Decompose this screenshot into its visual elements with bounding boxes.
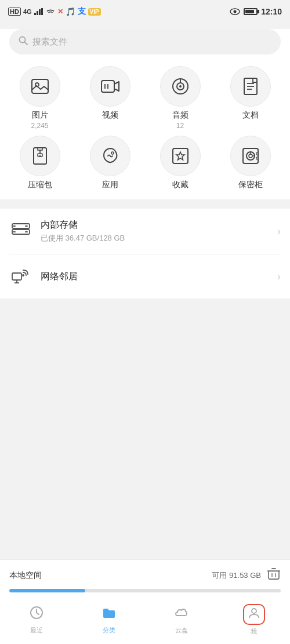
person-icon xyxy=(248,606,260,623)
music-icon: 🎵 xyxy=(66,7,75,16)
clock-icon xyxy=(29,605,44,624)
category-zip[interactable]: % 压缩包 xyxy=(5,136,75,190)
docs-icon xyxy=(240,76,261,97)
search-bar[interactable]: 搜索文件 xyxy=(9,29,281,54)
nav-me[interactable]: 我 xyxy=(217,604,290,636)
bottom-nav: 最近 分类 云盘 xyxy=(0,599,290,644)
time-display: 12:10 xyxy=(261,7,282,16)
internal-storage-item[interactable]: 内部存储 已使用 36.47 GB/128 GB › xyxy=(9,209,281,254)
status-bar: HD 4G ✕ 🎵 支 VIP 12:10 xyxy=(0,0,290,23)
battery-indicator xyxy=(244,8,258,15)
internal-storage-icon xyxy=(9,220,32,243)
local-space-label: 本地空间 xyxy=(9,570,42,581)
svg-point-44 xyxy=(22,274,24,276)
apps-label: 应用 xyxy=(102,180,118,190)
docs-icon-wrap xyxy=(230,66,271,107)
nav-me-border xyxy=(243,604,265,625)
video-icon xyxy=(100,76,121,97)
svg-text:%: % xyxy=(38,154,41,158)
available-space: 可用 91.53 GB xyxy=(212,570,261,581)
alipay-icon: 支 xyxy=(78,6,86,17)
images-icon-wrap xyxy=(20,66,60,107)
folder-icon xyxy=(102,605,117,624)
internal-storage-detail: 已使用 36.47 GB/128 GB xyxy=(41,233,277,243)
safe-icon-wrap xyxy=(230,136,271,176)
signal-4g: 4G xyxy=(23,8,32,15)
internal-storage-info: 内部存储 已使用 36.47 GB/128 GB xyxy=(41,219,277,243)
svg-line-7 xyxy=(25,42,28,45)
nav-category[interactable]: 分类 xyxy=(72,605,145,635)
images-count: 2,245 xyxy=(31,122,48,130)
network-neighbor-info: 网络邻居 xyxy=(41,271,277,283)
favorites-icon xyxy=(170,145,191,166)
apps-icon xyxy=(100,145,121,166)
internal-storage-name: 内部存储 xyxy=(41,219,277,231)
svg-point-26 xyxy=(111,152,114,154)
clean-icon[interactable] xyxy=(267,567,281,584)
images-icon xyxy=(30,76,50,97)
category-images[interactable]: 图片 2,245 xyxy=(5,66,75,130)
favorites-icon-wrap xyxy=(160,136,201,176)
category-favorites[interactable]: 收藏 xyxy=(145,136,215,190)
svg-rect-8 xyxy=(32,79,48,93)
network-neighbor-name: 网络邻居 xyxy=(41,271,277,283)
search-placeholder: 搜索文件 xyxy=(32,37,67,48)
video-icon-wrap xyxy=(90,66,130,107)
video-label: 视频 xyxy=(102,110,118,121)
zip-label: 压缩包 xyxy=(28,180,52,190)
main-content: 搜索文件 图片 2,245 xyxy=(0,29,290,199)
svg-rect-33 xyxy=(256,152,258,155)
network-neighbor-icon xyxy=(9,265,32,288)
category-docs[interactable]: 文档 xyxy=(215,66,285,130)
images-label: 图片 xyxy=(32,110,48,121)
section-divider xyxy=(0,199,290,204)
nav-recent[interactable]: 最近 xyxy=(0,605,72,635)
svg-point-52 xyxy=(252,609,256,613)
storage-progress-section: 本地空间 可用 91.53 GB xyxy=(0,559,290,599)
storage-progress-right: 可用 91.53 GB xyxy=(212,567,281,584)
svg-rect-27 xyxy=(173,148,188,163)
bottom-bar: 本地空间 可用 91.53 GB xyxy=(0,559,290,644)
x-icon: ✕ xyxy=(57,8,63,16)
favorites-label: 收藏 xyxy=(172,180,188,190)
svg-rect-0 xyxy=(34,13,36,15)
status-right-icons: 12:10 xyxy=(230,7,282,16)
audio-label: 音频 xyxy=(172,110,188,121)
nav-cloud-label: 云盘 xyxy=(175,626,188,635)
category-video[interactable]: 视频 xyxy=(75,66,145,130)
category-apps[interactable]: 应用 xyxy=(75,136,145,190)
signal-icon xyxy=(34,8,44,15)
search-icon xyxy=(19,36,28,48)
zip-icon-wrap: % xyxy=(20,136,60,176)
svg-rect-22 xyxy=(38,148,42,150)
vip-icon: VIP xyxy=(88,8,101,16)
category-safe[interactable]: 保密柜 xyxy=(215,136,285,190)
content-spacer xyxy=(0,299,290,391)
svg-line-51 xyxy=(37,613,39,614)
hd-badge: HD xyxy=(8,8,21,16)
nav-category-label: 分类 xyxy=(103,626,115,635)
categories-section: 图片 2,245 视频 xyxy=(0,60,290,199)
network-neighbor-chevron: › xyxy=(277,271,281,283)
svg-rect-2 xyxy=(39,9,41,15)
svg-rect-34 xyxy=(256,157,258,159)
svg-rect-1 xyxy=(37,11,38,15)
audio-icon-wrap xyxy=(160,66,201,107)
zip-icon: % xyxy=(30,145,50,166)
eye-icon xyxy=(230,8,240,16)
cloud-icon xyxy=(174,605,189,624)
svg-rect-45 xyxy=(269,571,279,579)
svg-rect-41 xyxy=(12,273,21,280)
svg-point-5 xyxy=(234,10,237,13)
apps-icon-wrap xyxy=(90,136,130,176)
nav-cloud[interactable]: 云盘 xyxy=(145,605,217,635)
safe-label: 保密柜 xyxy=(238,180,263,190)
storage-section: 内部存储 已使用 36.47 GB/128 GB › 网络邻居 › xyxy=(0,209,290,299)
category-audio[interactable]: 音频 12 xyxy=(145,66,215,130)
safe-icon xyxy=(240,145,261,166)
status-left-icons: HD 4G ✕ 🎵 支 VIP xyxy=(8,6,101,17)
svg-rect-3 xyxy=(41,8,43,15)
audio-count: 12 xyxy=(176,122,184,130)
svg-rect-28 xyxy=(243,148,258,163)
network-neighbor-item[interactable]: 网络邻居 › xyxy=(9,254,281,299)
